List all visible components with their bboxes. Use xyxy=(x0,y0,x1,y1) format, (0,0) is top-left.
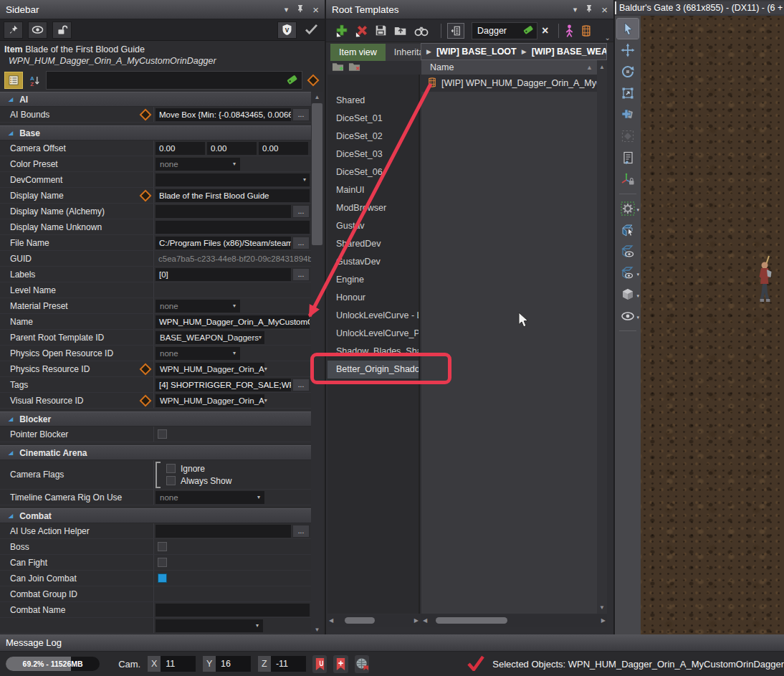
pin-tool-button[interactable] xyxy=(4,22,23,39)
world-bookmark-button[interactable] xyxy=(355,655,370,673)
shield-verify-button[interactable]: V xyxy=(277,22,297,39)
chevron-down-icon[interactable]: ▾ xyxy=(636,315,639,320)
section-header-base[interactable]: ◢Base xyxy=(0,125,311,141)
delete-template-icon[interactable] xyxy=(355,24,368,37)
unlock-tool-button[interactable] xyxy=(52,22,72,39)
delete-folder-icon[interactable] xyxy=(348,62,360,74)
character-filter-icon[interactable] xyxy=(565,24,574,37)
scroll-right-icon[interactable]: ▶ xyxy=(601,617,606,624)
details-view-button[interactable] xyxy=(447,23,464,39)
property-filter-input[interactable] xyxy=(49,75,286,86)
panel-pin-icon[interactable] xyxy=(297,4,304,14)
value-field[interactable]: WPN_HUM_Dagger_Orin_A_MyCustomOri xyxy=(156,315,310,328)
clone-tool[interactable] xyxy=(617,105,639,125)
scroll-up-icon[interactable]: ▲ xyxy=(311,92,323,102)
chevron-down-icon[interactable]: ▾ xyxy=(636,207,639,213)
name-column-header[interactable]: Name ▲ xyxy=(421,60,597,75)
attach-bookmark-button[interactable] xyxy=(312,655,328,673)
cam-y-value[interactable]: 16 xyxy=(216,656,251,672)
checkbox[interactable] xyxy=(166,464,176,473)
browse-button[interactable]: ... xyxy=(292,379,310,391)
panel-close-icon[interactable]: × xyxy=(601,4,608,15)
box-visibility-options[interactable]: ▾ xyxy=(617,263,639,283)
template-search-value[interactable]: Dagger xyxy=(477,26,522,36)
results-scrollbar[interactable]: ▲ ▼ xyxy=(597,60,607,614)
value-combo[interactable]: ▾ xyxy=(156,173,310,186)
value-field[interactable]: [0] xyxy=(156,268,291,281)
chevron-down-icon[interactable]: ▾ xyxy=(233,350,236,356)
tree-item-unlocklevelcurve-lev[interactable]: UnlockLevelCurve - Lev xyxy=(328,307,419,325)
settings-gear[interactable]: ▾ xyxy=(617,199,639,219)
chevron-down-icon[interactable]: ▾ xyxy=(233,303,236,309)
panel-pin-icon[interactable] xyxy=(585,4,593,14)
scroll-down-icon[interactable]: ▼ xyxy=(311,624,323,634)
tree-item-diceset-01[interactable]: DiceSet_01 xyxy=(328,110,419,128)
search-binoculars-icon[interactable] xyxy=(414,25,429,37)
select-tool[interactable] xyxy=(617,19,639,39)
toolbar-overflow-icon[interactable]: ⌄ xyxy=(605,34,611,42)
scroll-left-icon[interactable]: ◀ xyxy=(423,617,427,624)
number-field[interactable]: 0.00 xyxy=(156,142,205,155)
browse-button[interactable]: ... xyxy=(292,237,310,249)
value-dropdown[interactable]: none▾ xyxy=(156,491,264,504)
scale-tool[interactable] xyxy=(617,83,639,103)
tree-item-diceset-02[interactable]: DiceSet_02 xyxy=(328,128,419,146)
properties-tool[interactable] xyxy=(617,148,639,168)
template-search-box[interactable]: Dagger xyxy=(472,22,537,39)
chevron-down-icon[interactable]: ▾ xyxy=(259,334,262,341)
panel-menu-icon[interactable]: ▾ xyxy=(573,6,578,14)
properties-view-button[interactable] xyxy=(4,72,23,89)
tree-item-unlocklevelcurve-patc[interactable]: UnlockLevelCurve_Patc xyxy=(328,325,419,343)
add-bookmark-button[interactable] xyxy=(333,655,348,673)
chevron-down-icon[interactable]: ▾ xyxy=(257,494,260,500)
scroll-up-icon[interactable]: ▲ xyxy=(597,62,607,72)
value-field[interactable]: Move Box {Min: {-0.0843465, 0.006679375 xyxy=(156,108,291,121)
cam-x-value[interactable]: 11 xyxy=(161,656,196,672)
clear-search-icon[interactable]: × xyxy=(542,25,548,37)
chevron-down-icon[interactable]: ▾ xyxy=(636,272,639,277)
tree-item-diceset-03[interactable]: DiceSet_03 xyxy=(328,146,419,163)
value-field[interactable] xyxy=(156,205,291,218)
sidebar-scrollbar-thumb[interactable] xyxy=(312,103,322,245)
move-tool[interactable] xyxy=(617,40,639,60)
chevron-down-icon[interactable]: ▾ xyxy=(264,397,267,404)
browse-button[interactable]: ... xyxy=(292,268,310,281)
section-header-cinematic-arena[interactable]: ◢Cinematic Arena xyxy=(0,445,311,460)
tree-item-shared[interactable]: Shared xyxy=(328,92,419,110)
value-dropdown[interactable]: WPN_HUM_Dagger_Orin_A▾ xyxy=(156,394,264,407)
viewport-tab-title[interactable]: Baldur's Gate 3 (681x855) - (DX11) - (6 … xyxy=(615,1,784,14)
sort-az-icon[interactable]: AZ xyxy=(27,72,42,89)
browse-button[interactable]: ... xyxy=(292,205,310,218)
scroll-thumb[interactable] xyxy=(436,617,507,624)
value-dropdown[interactable]: ▾ xyxy=(156,619,263,632)
value-dropdown[interactable]: none▾ xyxy=(156,158,240,171)
message-log-bar[interactable]: Message Log xyxy=(0,634,784,652)
browse-button[interactable]: ... xyxy=(292,525,310,538)
panel-menu-icon[interactable]: ▾ xyxy=(285,6,289,14)
breadcrumb-arrow-icon[interactable]: ▶ xyxy=(426,48,431,55)
chevron-down-icon[interactable]: ▾ xyxy=(256,622,259,629)
box-select-tool[interactable] xyxy=(617,220,639,240)
sort-indicator-icon[interactable]: ▲ xyxy=(586,64,593,71)
checkbox[interactable] xyxy=(166,476,176,485)
value-dropdown[interactable]: BASE_WEAPON_Daggers▾ xyxy=(156,331,264,344)
gizmo-axis-tool[interactable] xyxy=(617,169,639,189)
tree-item-diceset-06[interactable]: DiceSet_06 xyxy=(328,163,419,181)
checkbox[interactable] xyxy=(158,573,167,583)
chevron-down-icon[interactable]: ▾ xyxy=(303,176,306,183)
number-field[interactable]: 0.00 xyxy=(207,142,257,155)
visibility-tool-button[interactable] xyxy=(28,22,47,39)
item-filter-barrel-icon[interactable] xyxy=(580,25,592,37)
result-row[interactable]: [WIP] WPN_HUM_Dagger_Orin_A_MyCu xyxy=(421,75,597,92)
tree-item-gustav[interactable]: Gustav xyxy=(328,217,419,235)
breadcrumb-item[interactable]: [WIP] BASE_WEAPON xyxy=(532,47,607,57)
chevron-down-icon[interactable]: ▾ xyxy=(233,161,236,167)
value-field[interactable]: [4] SHOPTRIGGER_FOR_SALE;WPN_VFX_D xyxy=(156,379,291,391)
add-folder-icon[interactable] xyxy=(332,62,344,74)
checkbox[interactable] xyxy=(158,429,167,439)
value-field[interactable] xyxy=(156,525,291,538)
viewport-canvas[interactable] xyxy=(641,16,784,634)
tree-hscrollbar[interactable]: ◀ ▶ xyxy=(328,614,420,627)
tree-item-engine[interactable]: Engine xyxy=(328,271,419,289)
scroll-down-icon[interactable]: ▼ xyxy=(597,602,607,612)
